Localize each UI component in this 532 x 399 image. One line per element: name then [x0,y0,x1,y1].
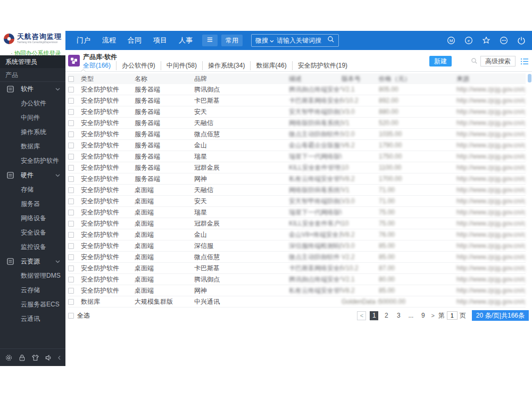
nav-item-1[interactable]: 门户 [71,36,96,45]
row-checkbox[interactable] [68,299,74,305]
sidebar-item-0-2[interactable]: 操作系统 [0,125,65,139]
sidebar-item-1-2[interactable]: 网络设备 [0,211,65,226]
page-number-2[interactable]: 2 [382,311,390,320]
sidebar-item-0-3[interactable]: 数据库 [0,139,65,154]
sidebar-item-2-2[interactable]: 云服务器ECS [0,297,65,312]
settings-gear-icon[interactable] [4,353,14,362]
row-checkbox[interactable] [68,143,74,148]
power-icon[interactable] [517,36,526,45]
nav-item-5[interactable]: 人事 [173,36,198,45]
page-number-1[interactable]: 1 [370,311,378,320]
row-checkbox[interactable] [68,165,74,171]
brand-logo-icon [3,33,15,47]
row-checkbox[interactable] [68,232,74,238]
sidebar-item-1-0[interactable]: 存储 [0,182,65,197]
nav-item-4[interactable]: 项目 [147,36,173,45]
scrollbar-thumb[interactable] [528,74,531,82]
page-number-3[interactable]: 3 [394,311,403,320]
row-checkbox[interactable] [68,265,74,271]
cell-10-1: 桌面端 [135,197,194,206]
common-button[interactable]: 常用 [221,35,243,46]
sidebar-group-0[interactable]: 软件 [0,82,65,96]
tab-4[interactable]: 数据库(46) [250,61,292,70]
next-page-button[interactable]: > [431,312,434,319]
cell-5-4: V6.2 [342,142,379,149]
theme-shirt-icon[interactable] [31,353,40,362]
sidebar-section-product[interactable]: 产品 [0,68,65,82]
lock-icon[interactable] [18,353,27,362]
prev-page-button[interactable]: < [357,311,366,320]
more-circle-icon[interactable] [500,36,508,45]
new-button[interactable]: 新建 [429,56,452,66]
row-checkbox[interactable] [68,198,74,204]
advanced-search-button[interactable]: 高级搜索 [480,56,516,66]
sidebar-item-2-1[interactable]: 云存储 [0,283,65,297]
m-circle-icon[interactable]: M [447,36,455,45]
cell-16-0: 安全防护软件 [81,264,135,273]
cell-4-4: V2.0 [342,130,379,138]
cell-17-1: 桌面端 [135,275,194,284]
row-checkbox[interactable] [68,254,74,260]
cell-8-3: 私有云终端安全管理系统 服务端 [289,174,342,184]
sidebar: 系统管理员 产品 软件办公软件中间件操作系统数据库安全防护软件硬件存储服务器网络… [0,55,65,366]
cell-11-1: 桌面端 [135,208,194,217]
tab-3[interactable]: 操作系统(34) [202,61,250,70]
volume-icon[interactable] [44,353,54,362]
nav-item-2[interactable]: 流程 [96,36,122,45]
row-checkbox[interactable] [68,131,74,137]
header-checkbox[interactable] [68,76,74,82]
page-number-9[interactable]: 9 [419,311,427,320]
nav-item-3[interactable]: 合同 [122,36,147,45]
sidebar-item-2-3[interactable]: 云通讯 [0,312,65,326]
search-icon[interactable] [327,36,335,45]
table-row: 安全防护软件桌面端网神私有云终端安全管理系统 （桌面版）V8.285.00htt… [68,285,526,296]
row-checkbox[interactable] [68,154,74,160]
cell-14-6: http://www.zjcjg.gov.cn/cjg/ [456,242,526,250]
cell-3-3: 网络版防病毒系统服务端 [289,119,342,128]
favorites-star-icon[interactable] [482,36,491,45]
cell-6-3: 瑞星下一代网络版Windows版 服务端 [289,152,342,161]
select-all-checkbox[interactable] [68,313,74,319]
cell-5-2: 金山 [194,141,289,150]
sidebar-item-0-4[interactable]: 安全防护软件 [0,154,65,168]
sidebar-item-0-0[interactable]: 办公软件 [0,96,65,111]
sidebar-item-0-1[interactable]: 中间件 [0,111,65,125]
tab-5[interactable]: 安全防护软件(19) [292,61,353,70]
sidebar-item-2-0[interactable]: 数据管理DMS [0,269,65,283]
sidebar-item-1-1[interactable]: 服务器 [0,197,65,211]
e-circle-icon[interactable]: e [464,36,473,45]
row-checkbox[interactable] [68,98,74,104]
row-checkbox[interactable] [68,243,74,249]
list-view-icon[interactable] [520,57,529,65]
row-checkbox[interactable] [68,120,74,126]
cell-16-4: V10.2 [342,264,379,272]
row-checkbox[interactable] [68,109,74,115]
page-number-...[interactable]: ... [406,311,415,320]
row-checkbox[interactable] [68,221,74,227]
row-checkbox[interactable] [68,87,74,93]
table-row: 安全防护软件服务器端天融信网络版防病毒系统服务端V1520.00http://w… [68,118,526,129]
sidebar-item-1-3[interactable]: 安全设备 [0,226,65,240]
row-checkbox[interactable] [68,176,74,182]
row-checkbox[interactable] [68,277,74,282]
menu-hamburger-button[interactable] [202,35,218,46]
sidebar-item-1-4[interactable]: 监控设备 [0,240,65,254]
collapse-chevron-icon[interactable] [57,353,62,362]
cell-1-6: http://www.zjcjg.gov.cn/cjg/ [456,97,526,104]
cell-1-0: 安全防护软件 [81,96,135,105]
tab-2[interactable]: 中间件(58) [161,61,202,70]
global-search-input[interactable] [277,37,325,44]
goto-page-input[interactable] [447,311,458,320]
tab-0[interactable]: 全部(166) [83,61,116,70]
header-controls: 新建 高级搜索 [429,56,529,66]
sidebar-group-1[interactable]: 硬件 [0,168,65,182]
sidebar-group-2[interactable]: 云资源 [0,254,65,269]
row-checkbox[interactable] [68,210,74,215]
tab-1[interactable]: 办公软件(9) [116,61,161,70]
cell-0-1: 服务器端 [135,85,194,94]
cell-1-2: 卡巴斯基 [194,96,289,105]
select-all: 全选 [68,311,90,320]
row-checkbox[interactable] [68,187,74,193]
row-checkbox[interactable] [68,288,74,294]
search-scope-selector[interactable]: 微搜 [255,36,274,45]
